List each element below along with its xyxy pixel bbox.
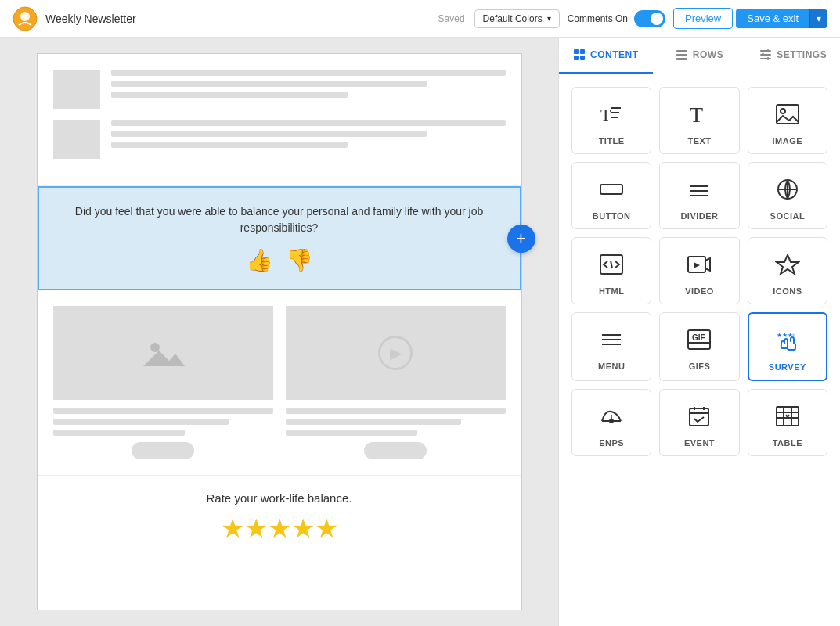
image-placeholder [53, 306, 273, 400]
comments-toggle-label: Comments On [568, 10, 665, 27]
image-card-icon [775, 99, 800, 130]
content-card-text[interactable]: T TEXT [659, 87, 739, 154]
thumbs-up-icon[interactable]: 👍 [246, 247, 273, 273]
article-block [38, 54, 521, 186]
svg-rect-5 [574, 49, 579, 54]
svg-text:T: T [600, 105, 611, 124]
document-title: Weekly Newsletter [45, 13, 438, 25]
svg-rect-14 [760, 58, 771, 59]
content-card-text-label: TEXT [687, 136, 711, 146]
video-placeholder: ▶ [286, 306, 506, 400]
svg-rect-10 [676, 54, 687, 56]
save-exit-button[interactable]: Save & exit [736, 9, 809, 28]
svg-rect-25 [600, 185, 622, 194]
content-card-divider-label: DIVIDER [680, 211, 718, 221]
survey-block: Did you feel that you were able to balan… [38, 186, 521, 290]
content-card-gifs[interactable]: GIF GIFS [659, 312, 739, 381]
thumbs-down-icon[interactable]: 👎 [286, 247, 313, 273]
text-line [111, 142, 348, 148]
button-placeholder [364, 442, 427, 459]
video-card-icon [687, 249, 712, 280]
text-line [111, 81, 427, 87]
text-line [111, 120, 506, 126]
content-card-video-label: VIDEO [685, 286, 714, 296]
video-element: ▶ [286, 306, 506, 459]
content-card-button-label: BUTTON [593, 211, 631, 221]
svg-rect-2 [139, 333, 186, 372]
content-card-title-label: TITLE [599, 136, 625, 146]
svg-rect-48 [690, 408, 708, 426]
rating-block: Rate your work-life balance. ★★★★★ [38, 475, 521, 559]
text-line [286, 408, 506, 414]
svg-rect-15 [767, 49, 769, 52]
content-grid: T TITLE T TEXT [559, 74, 840, 469]
content-card-event[interactable]: EVENT [659, 389, 739, 456]
main-content: Did you feel that you were able to balan… [0, 38, 840, 626]
image-icon [139, 333, 186, 372]
article-thumbnail [53, 70, 100, 109]
content-card-image-label: IMAGE [773, 136, 803, 146]
comments-toggle[interactable] [634, 10, 665, 27]
svg-rect-11 [676, 58, 687, 60]
svg-rect-16 [762, 53, 764, 56]
svg-rect-7 [574, 56, 579, 60]
content-card-button[interactable]: BUTTON [571, 162, 651, 229]
content-card-table[interactable]: TABLE [748, 389, 827, 456]
svg-point-1 [20, 12, 30, 21]
table-card-icon [775, 401, 800, 432]
sidebar-tab-bar: CONTENT ROWS SETTINGS [559, 38, 840, 74]
svg-point-47 [610, 419, 613, 423]
text-line [53, 419, 229, 425]
content-card-survey-label: SURVEY [769, 362, 806, 372]
content-card-survey[interactable]: ★★★ ★ SURVEY [748, 312, 827, 381]
content-card-table-label: TABLE [773, 438, 802, 448]
add-element-button[interactable]: + [507, 225, 535, 253]
survey-question-text: Did you feel that you were able to balan… [55, 203, 504, 236]
content-card-html-label: HTML [599, 286, 625, 296]
text-line [111, 131, 427, 137]
social-card-icon [775, 174, 800, 205]
tab-rows[interactable]: ROWS [653, 38, 747, 74]
list-item [53, 70, 506, 109]
text-icon: T [687, 99, 712, 130]
svg-rect-23 [777, 105, 799, 124]
content-card-gifs-label: GIFS [689, 362, 711, 371]
preview-button[interactable]: Preview [673, 8, 733, 29]
play-icon[interactable]: ▶ [378, 336, 413, 370]
list-item [53, 120, 506, 159]
content-card-video[interactable]: VIDEO [659, 237, 739, 304]
content-card-html[interactable]: HTML [571, 237, 651, 304]
content-card-divider[interactable]: DIVIDER [659, 162, 739, 229]
svg-point-24 [781, 109, 785, 113]
svg-marker-36 [777, 255, 799, 274]
grid-icon [573, 49, 586, 61]
chevron-down-icon: ▾ [547, 14, 551, 23]
survey-thumbs: 👍 👎 [55, 247, 504, 273]
text-line [111, 70, 506, 76]
survey-card-icon: ★★★ ★ [775, 325, 800, 356]
content-card-image[interactable]: IMAGE [748, 87, 827, 154]
title-icon: T [599, 99, 624, 130]
content-card-enps-label: ENPS [599, 438, 624, 448]
svg-rect-17 [767, 57, 769, 60]
content-card-icons-label: ICONS [773, 286, 802, 296]
content-card-enps[interactable]: ENPS [571, 389, 651, 456]
enps-card-icon [599, 401, 624, 432]
rating-label: Rate your work-life balance. [53, 491, 506, 505]
tab-content[interactable]: CONTENT [559, 38, 653, 74]
text-line [286, 419, 462, 425]
save-dropdown-button[interactable]: ▾ [809, 9, 827, 28]
content-card-social[interactable]: SOCIAL [748, 162, 827, 229]
content-card-icons[interactable]: ICONS [748, 237, 827, 304]
content-card-title[interactable]: T TITLE [571, 87, 651, 154]
content-card-menu[interactable]: MENU [571, 312, 651, 381]
media-block: ▶ [38, 290, 521, 475]
content-card-event-label: EVENT [684, 438, 715, 448]
save-status: Saved [438, 13, 465, 24]
colors-dropdown[interactable]: Default Colors ▾ [474, 9, 560, 28]
tab-settings[interactable]: SETTINGS [746, 38, 840, 74]
divider-card-icon [687, 174, 712, 205]
event-card-icon [687, 401, 712, 432]
menu-card-icon [599, 324, 624, 355]
svg-rect-8 [580, 56, 585, 60]
